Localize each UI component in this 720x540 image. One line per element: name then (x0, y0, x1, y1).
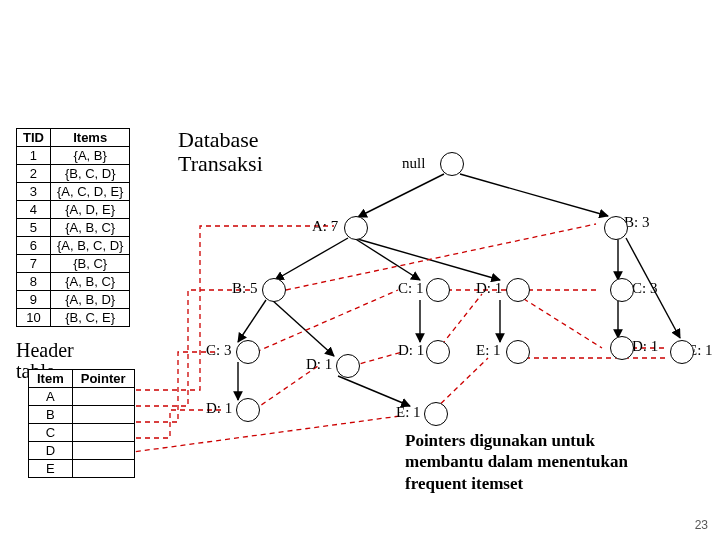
node-d1-b5: D: 1 (306, 356, 332, 373)
tx-row: 10{B, C, E} (17, 309, 130, 327)
transaction-table: TID Items 1{A, B} 2{B, C, D} 3{A, C, D, … (16, 128, 130, 327)
svg-line-13 (338, 376, 410, 406)
node-d1-right: D: 1 (632, 338, 658, 355)
node-c1-circle (426, 278, 450, 302)
node-null: null (402, 155, 425, 172)
tx-row: 7{B, C} (17, 255, 130, 273)
svg-line-3 (354, 238, 420, 280)
node-e1-bottom: E: 1 (396, 404, 421, 421)
svg-line-1 (460, 174, 608, 216)
node-d1-right-circle (610, 336, 634, 360)
svg-line-8 (272, 300, 334, 356)
node-d1-underA-circle (506, 278, 530, 302)
node-d1-leftbottom-circle (236, 398, 260, 422)
svg-line-0 (358, 174, 444, 217)
node-b3-circle (604, 216, 628, 240)
node-b5-circle (262, 278, 286, 302)
tx-th-items: Items (50, 129, 129, 147)
node-c1: C: 1 (398, 280, 423, 297)
tx-row: 4{A, D, E} (17, 201, 130, 219)
node-c3-right-circle (610, 278, 634, 302)
node-d1-underC1: D: 1 (398, 342, 424, 359)
diagram-canvas: Database Transaksi TID Items 1{A, B} 2{B… (0, 0, 720, 540)
node-d1-leftbottom: D: 1 (206, 400, 232, 417)
node-a7: A: 7 (312, 218, 338, 235)
page-number: 23 (695, 518, 708, 532)
tx-row: 1{A, B} (17, 147, 130, 165)
svg-line-2 (275, 238, 348, 280)
node-null-circle (440, 152, 464, 176)
tx-row: 6{A, B, C, D} (17, 237, 130, 255)
tx-row: 2{B, C, D} (17, 165, 130, 183)
node-c3-left: C: 3 (206, 342, 231, 359)
tx-row: 5{A, B, C} (17, 219, 130, 237)
hdr-row: E (29, 460, 135, 478)
hdr-th-pointer: Pointer (72, 370, 134, 388)
hdr-row: A (29, 388, 135, 406)
hdr-th-item: Item (29, 370, 73, 388)
hdr-row: C (29, 424, 135, 442)
node-b5: B: 5 (232, 280, 257, 297)
svg-line-4 (354, 238, 500, 280)
node-c3-right: C: 3 (632, 280, 657, 297)
title-line2: Transaksi (178, 151, 263, 176)
header-table: Item Pointer A B C D E (28, 369, 135, 478)
node-d1-underA: D: 1 (476, 280, 502, 297)
title-line1: Database (178, 127, 259, 152)
node-a7-circle (344, 216, 368, 240)
node-e1-underD1: E: 1 (476, 342, 501, 359)
tx-row: 9{A, B, D} (17, 291, 130, 309)
diagram-title: Database Transaksi (178, 128, 263, 176)
node-e1-bottom-circle (424, 402, 448, 426)
hdr-row: D (29, 442, 135, 460)
node-c3-left-circle (236, 340, 260, 364)
tx-row: 8{A, B, C} (17, 273, 130, 291)
svg-line-7 (238, 300, 266, 342)
node-e1-underD1-circle (506, 340, 530, 364)
node-e1-right-circle (670, 340, 694, 364)
tx-row: 3{A, C, D, E} (17, 183, 130, 201)
tx-th-tid: TID (17, 129, 51, 147)
hdr-row: B (29, 406, 135, 424)
node-d1-b5-circle (336, 354, 360, 378)
node-d1-underC1-circle (426, 340, 450, 364)
caption: Pointers digunakan untuk membantu dalam … (405, 430, 628, 494)
